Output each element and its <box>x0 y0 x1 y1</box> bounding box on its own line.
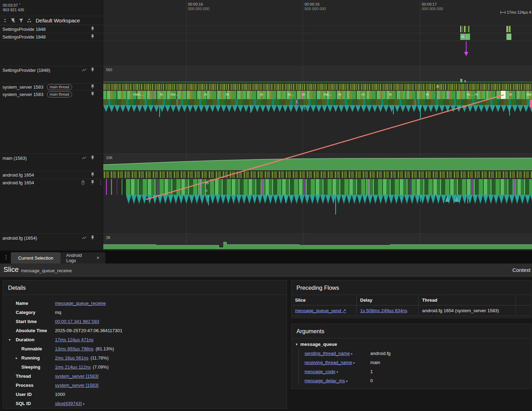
counter-scale-10k: 10K <box>106 156 113 160</box>
unpin-all-icon[interactable] <box>10 18 16 23</box>
slice-text: m… <box>467 93 474 96</box>
trace-slice[interactable] <box>530 100 532 107</box>
counter-track-area[interactable] <box>103 234 532 250</box>
trace-slice[interactable] <box>465 34 465 40</box>
chart-icon[interactable] <box>82 155 87 160</box>
flow-thread-value: android.fg 1654 (system_server 1583) <box>422 308 499 313</box>
chevron-down-icon[interactable]: ▾ <box>353 361 355 365</box>
chevron-down-icon[interactable]: ▾ <box>336 370 338 374</box>
duration-link[interactable]: 17ms 124µs 471ns <box>55 337 93 342</box>
trace-slice[interactable] <box>506 26 508 32</box>
pin-icon[interactable] <box>90 172 95 177</box>
pin-icon[interactable] <box>90 155 95 160</box>
track-name: android.fg 1654 <box>2 172 34 178</box>
trace-slice[interactable] <box>509 26 511 32</box>
trace-slice[interactable] <box>460 26 461 32</box>
pin-icon[interactable] <box>90 67 95 73</box>
trace-slice[interactable] <box>117 179 117 195</box>
chevron-down-icon[interactable]: ▾ <box>346 379 348 383</box>
chart-icon[interactable] <box>82 235 87 240</box>
tab-android-logs[interactable]: Android Logs ✕ <box>61 252 105 263</box>
trace-slice[interactable] <box>506 34 511 40</box>
track-row-settingsprovide-2[interactable]: SettingsProvide 1848 <box>0 33 103 40</box>
slice-name-link[interactable]: message_queue_receive <box>55 301 106 306</box>
flow-delay-link[interactable]: 1s 508ms 249µs 634ns <box>360 308 407 313</box>
slice-text: m <box>302 93 305 96</box>
system-server-slice-band[interactable]: R <box>103 84 532 90</box>
workspaces-icon[interactable] <box>26 18 32 23</box>
trace-slice[interactable] <box>106 179 107 195</box>
expander-duration[interactable]: ▾ <box>9 338 10 342</box>
track-row-system-server-2[interactable]: system_server 1583 main thread <box>0 91 103 98</box>
pin-icon[interactable] <box>90 180 95 185</box>
sleeping-link[interactable]: 1ms 214µs 112ns <box>55 364 91 370</box>
collapse-all-icon[interactable] <box>2 18 8 23</box>
runnable-link[interactable]: 13ms 893µs 798ns <box>55 346 93 351</box>
close-icon[interactable]: ✕ <box>96 255 100 260</box>
arg-key-link[interactable]: sending_thread_name▾ <box>304 351 352 356</box>
thread-link[interactable]: system_server [1583] <box>55 374 98 379</box>
track-row-android-fg-2[interactable]: android.fg 1654 ? ⋮ <box>0 179 103 186</box>
track-sidebar: 00:03:37 + 903 821 435 Default Workspace <box>0 0 103 250</box>
pin-icon[interactable] <box>90 26 95 32</box>
track-row-settingsprovider-counter[interactable]: SettingsProvider (1848) <box>0 67 103 74</box>
system-server-slice-band[interactable]: mes… m me… m m m m… m me… m m m m m… m m… <box>103 91 532 99</box>
thread-state-band[interactable]: L <box>103 99 532 105</box>
tab-menu-icon[interactable]: ⋮ <box>4 254 9 260</box>
running-link[interactable]: 2ms 16µs 561ns <box>55 355 89 361</box>
context-button[interactable]: Context <box>512 267 531 273</box>
trace-slice[interactable] <box>467 26 467 32</box>
help-icon[interactable]: ? <box>82 180 84 185</box>
trace-slice[interactable] <box>464 26 465 32</box>
trace-slice[interactable] <box>111 179 112 195</box>
detail-row-thread: Thread system_server [1583] <box>3 371 287 381</box>
start-time-link[interactable]: 00:00:17.341 982 593 <box>55 319 99 324</box>
details-card: Details Name message_queue_receive Categ… <box>3 280 287 409</box>
track-name: android.fg 1654 <box>2 180 34 185</box>
pin-icon[interactable] <box>90 34 95 39</box>
pin-icon[interactable] <box>90 91 95 97</box>
arg-key-link[interactable]: message_delay_ms▾ <box>304 378 348 383</box>
track-row-system-server-1[interactable]: system_server 1583 main thread <box>0 83 103 90</box>
preceding-flows-title: Preceding Flows <box>292 281 531 295</box>
tick-ns: 000 000 000 <box>188 7 209 11</box>
trace-canvas[interactable]: 00:00:16 000 000 000 00:00:16 500 000 00… <box>103 0 532 250</box>
pin-icon[interactable] <box>90 84 95 89</box>
track-name: SettingsProvide 1848 <box>2 27 46 32</box>
android-fg-slice-band[interactable] <box>103 171 532 178</box>
pin-icon[interactable] <box>90 235 95 240</box>
trace-slice[interactable] <box>468 26 469 32</box>
selected-slice[interactable] <box>501 91 506 99</box>
expander-running[interactable]: ▸ <box>16 356 18 360</box>
chevron-down-icon[interactable]: ▾ <box>351 352 352 356</box>
counter-track-area[interactable] <box>103 66 532 83</box>
trace-slice[interactable] <box>462 26 463 32</box>
bottom-tab-bar: ⋮ Current Selection Android Logs ✕ <box>0 251 532 263</box>
arg-key-link[interactable]: message_code▾ <box>304 369 338 374</box>
track-row-main-counter[interactable]: main (1583) <box>0 155 103 162</box>
slice-text: m <box>509 93 512 96</box>
chevron-down-icon[interactable]: ▾ <box>83 402 85 406</box>
flow-slice-link[interactable]: message_queue_send ↗ <box>295 308 346 313</box>
arg-key-link[interactable]: receiving_thread_name▾ <box>304 360 355 365</box>
filter-icon[interactable] <box>18 18 24 23</box>
tick-ns: 000 000 000 <box>422 7 443 11</box>
chart-icon[interactable] <box>82 67 87 73</box>
tab-current-selection[interactable]: Current Selection <box>11 252 61 263</box>
slice-text: c <box>206 189 208 192</box>
track-row-settingsprovide-1[interactable]: SettingsProvide 1848 <box>0 26 103 33</box>
wakeup-spike <box>285 195 286 203</box>
timeline-panel: 00:00:16 000 000 000 00:00:16 500 000 00… <box>0 0 532 250</box>
detail-row-name: Name message_queue_receive <box>3 299 287 308</box>
track-row-android-fg-1[interactable]: android.fg 1654 <box>0 171 103 178</box>
trace-slice[interactable] <box>121 179 122 195</box>
android-fg-slice-band[interactable]: m c <box>126 179 532 195</box>
track-row-android-fg-counter[interactable]: android.fg (1654) <box>0 234 103 241</box>
workspace-title[interactable]: Default Workspace <box>36 18 80 23</box>
sql-id-link[interactable]: slice[439743]▾ <box>55 401 84 406</box>
process-link[interactable]: system_server [1583] <box>55 383 98 388</box>
expander-message-queue[interactable]: ▾ <box>296 342 298 346</box>
counter-track-area[interactable] <box>103 154 532 171</box>
detail-row-duration: ▾ Duration 17ms 124µs 471ns <box>3 335 287 344</box>
kebab-menu-icon[interactable]: ⋮ <box>98 180 103 185</box>
